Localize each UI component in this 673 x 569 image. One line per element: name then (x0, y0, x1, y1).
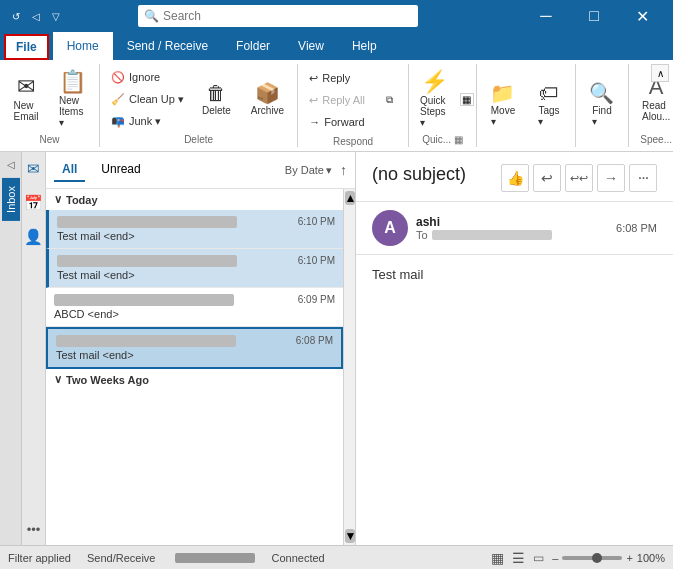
ribbon-group-move: 📁 Move▾ 🏷 Tags▾ (477, 64, 576, 147)
tab-unread[interactable]: Unread (93, 158, 148, 182)
cleanup-label: Clean Up ▾ (129, 93, 184, 106)
window-controls: ─ □ ✕ (523, 0, 665, 32)
email-item-2[interactable]: 6:10 PM Test mail <end> (46, 249, 343, 288)
archive-label: Archive (251, 105, 284, 116)
more-icon[interactable]: ••• (27, 522, 41, 537)
more-respond-icon: ⧉ (386, 94, 393, 106)
scroll-up-arrow[interactable]: ▲ (345, 191, 355, 205)
sort-direction-button[interactable]: ↑ (340, 162, 347, 178)
minimize-button[interactable]: ─ (523, 0, 569, 32)
email-sender-3 (54, 294, 234, 306)
back-button[interactable]: ◁ (28, 8, 44, 24)
archive-icon: 📦 (255, 83, 280, 103)
date-group-two-weeks[interactable]: ∨ Two Weeks Ago (46, 369, 343, 390)
new-email-button[interactable]: ✉ NewEmail (4, 66, 48, 132)
date-group-today[interactable]: ∨ Today (46, 189, 343, 210)
view-compact-button[interactable]: ▭ (533, 551, 544, 565)
preview-body: Test mail (356, 255, 673, 294)
new-items-icon: 📋 (59, 71, 86, 93)
contacts-icon[interactable]: 👤 (24, 228, 43, 246)
new-items-label: NewItems ▾ (59, 95, 86, 128)
tab-all[interactable]: All (54, 158, 85, 182)
zoom-minus[interactable]: – (552, 552, 558, 564)
ribbon-group-delete: 🚫 Ignore 🧹 Clean Up ▾ 📭 Junk ▾ 🗑 Delete … (100, 64, 298, 147)
view-normal-button[interactable]: ▦ (491, 550, 504, 566)
close-button[interactable]: ✕ (619, 0, 665, 32)
filter-applied-label: Filter applied (8, 552, 71, 564)
refresh-button[interactable]: ↺ (8, 8, 24, 24)
reply-button[interactable]: ↩ Reply (302, 68, 372, 88)
more-preview-button[interactable]: ··· (629, 164, 657, 192)
preview-header: (no subject) 👍 ↩ ↩↩ → ··· (356, 152, 673, 202)
reply-all-preview-button[interactable]: ↩↩ (565, 164, 593, 192)
menu-home[interactable]: Home (53, 32, 113, 60)
status-bar: Filter applied Send/Receive Connected ▦ … (0, 545, 673, 569)
menu-bar: File Home Send / Receive Folder View Hel… (0, 32, 673, 60)
forward-preview-button[interactable]: → (597, 164, 625, 192)
speech-group-label: Spee... (633, 134, 673, 147)
zoom-slider[interactable] (562, 556, 622, 560)
ribbon-collapse-button[interactable]: ∧ (651, 64, 669, 82)
quick-steps-group-label: Quic... ▦ (411, 134, 474, 147)
preview-subject: (no subject) (372, 164, 466, 185)
scroll-track (344, 207, 355, 527)
email-sender-2 (57, 255, 237, 267)
tags-button[interactable]: 🏷 Tags▾ (527, 72, 571, 138)
more-respond-button[interactable]: ⧉ (376, 67, 404, 133)
move-button[interactable]: 📁 Move▾ (481, 72, 525, 138)
sort-by-date[interactable]: By Date ▾ (285, 164, 332, 177)
new-items-button[interactable]: 📋 NewItems ▾ (50, 66, 95, 132)
menu-help[interactable]: Help (338, 32, 391, 60)
email-item-3[interactable]: 6:09 PM ABCD <end> (46, 288, 343, 327)
reply-preview-button[interactable]: ↩ (533, 164, 561, 192)
clean-up-button[interactable]: 🧹 Clean Up ▾ (104, 89, 191, 109)
search-input[interactable] (163, 9, 412, 23)
email-subject-1: Test mail <end> (57, 230, 335, 242)
down-button[interactable]: ▽ (48, 8, 64, 24)
scroll-down-arrow[interactable]: ▼ (345, 529, 355, 543)
zoom-plus[interactable]: + (626, 552, 632, 564)
menu-folder[interactable]: Folder (222, 32, 284, 60)
delete-button[interactable]: 🗑 Delete (193, 66, 240, 132)
ignore-button[interactable]: 🚫 Ignore (104, 67, 191, 87)
new-buttons: ✉ NewEmail 📋 NewItems ▾ (4, 64, 95, 134)
forward-button[interactable]: → Forward (302, 112, 372, 132)
like-button[interactable]: 👍 (501, 164, 529, 192)
reply-label: Reply (322, 72, 350, 84)
junk-button[interactable]: 📭 Junk ▾ (104, 111, 191, 131)
menu-view[interactable]: View (284, 32, 338, 60)
tags-icon: 🏷 (539, 83, 559, 103)
respond-buttons: ↩ Reply ↩ Reply All → Forward ⧉ (302, 64, 404, 136)
reply-all-button[interactable]: ↩ Reply All (302, 90, 372, 110)
email-item-4[interactable]: 6:08 PM Test mail <end> (46, 327, 343, 369)
email-item-1[interactable]: 6:10 PM Test mail <end> (46, 210, 343, 249)
menu-file[interactable]: File (4, 34, 49, 60)
delete-group-label: Delete (104, 134, 293, 147)
preview-timestamp: 6:08 PM (616, 222, 657, 234)
menu-send-receive[interactable]: Send / Receive (113, 32, 222, 60)
sort-label: By Date (285, 164, 324, 176)
new-group-label: New (4, 134, 95, 147)
list-content: ∨ Today 6:10 PM Test mail <end> 6:10 PM … (46, 189, 343, 545)
archive-button[interactable]: 📦 Archive (242, 66, 293, 132)
find-buttons: 🔍 Find▾ (580, 64, 624, 145)
find-button[interactable]: 🔍 Find▾ (580, 72, 624, 138)
search-bar: 🔍 (138, 5, 418, 27)
icon-sidebar: ✉ 📅 👤 ••• (22, 152, 46, 545)
list-scrollbar[interactable]: ▲ ▼ (343, 189, 355, 545)
mail-icon[interactable]: ✉ (27, 160, 40, 178)
quick-steps-button[interactable]: ⚡ QuickSteps ▾ (411, 66, 458, 132)
email-list-panel: All Unread By Date ▾ ↑ ∨ Today (46, 152, 356, 545)
send-receive-label: Send/Receive (87, 552, 156, 564)
reply-icon: ↩ (309, 72, 318, 85)
forward-label: Forward (324, 116, 364, 128)
calendar-icon[interactable]: 📅 (24, 194, 43, 212)
sidebar-toggle[interactable]: ◁ (1, 154, 21, 174)
maximize-button[interactable]: □ (571, 0, 617, 32)
reply-all-icon: ↩ (309, 94, 318, 107)
quick-steps-expand[interactable]: ▦ (460, 93, 474, 106)
view-reading-button[interactable]: ☰ (512, 550, 525, 566)
delete-label: Delete (202, 105, 231, 116)
inbox-label[interactable]: Inbox (2, 178, 20, 221)
sender-avatar: A (372, 210, 408, 246)
